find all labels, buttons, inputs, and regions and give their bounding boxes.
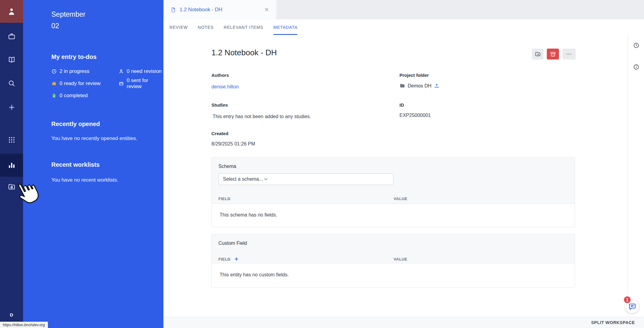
todo-completed[interactable]: 0 completed [51, 92, 101, 99]
link-url-tooltip: https://hilton.bnchdev.org [0, 322, 48, 328]
book-icon [8, 56, 15, 63]
authors-label: Authors [211, 73, 229, 78]
add-worklist-button[interactable]: + [172, 160, 176, 168]
projects-folder-icon [8, 183, 15, 191]
info-icon [633, 64, 639, 70]
add-custom-field-button[interactable]: + [235, 257, 238, 261]
bar-chart-icon [8, 162, 15, 169]
upload-icon[interactable] [434, 83, 440, 89]
studies-label: Studies [211, 102, 228, 108]
apps-grid-icon [8, 136, 15, 144]
completed-icon [51, 93, 57, 98]
home-sidebar: September 02 My entry to-dos 2 in progre… [23, 0, 163, 328]
todo-label: 0 sent for review [127, 77, 163, 90]
folder-move-icon [535, 51, 541, 57]
search-button[interactable] [0, 74, 23, 92]
chevron-down-icon [263, 176, 269, 182]
created-value: 8/29/2025 01:26 PM [211, 141, 255, 147]
custom-empty-text: This entity has no custom fields. [220, 272, 289, 278]
schema-select[interactable]: Select a schema... [218, 173, 393, 185]
todo-label: 0 need revision [127, 68, 162, 74]
tab-strip: 1.2 Notebook - DH ✕ [163, 0, 644, 20]
schema-value-header: VALUE [394, 196, 407, 201]
ready-icon [51, 81, 57, 86]
briefcase-icon [8, 32, 15, 40]
notification-badge: 1 [623, 296, 631, 304]
close-icon[interactable]: ✕ [263, 6, 270, 14]
schema-select-value: Select a schema... [223, 176, 263, 182]
recent-worklists-heading: Recent worklists [51, 161, 100, 168]
schema-card-title: Schema [218, 164, 236, 169]
clock-icon [51, 69, 57, 74]
schema-empty-text: This schema has no fields. [220, 212, 277, 218]
apps-button[interactable] [0, 131, 23, 149]
project-folder-name: Demos DH [408, 83, 431, 89]
app-icon-rail: D [0, 0, 23, 328]
inventory-button[interactable] [0, 27, 23, 45]
tab-review[interactable]: REVIEW [170, 19, 188, 35]
recent-worklists-empty: You have no recent worklists. [51, 177, 118, 183]
expand-date-button[interactable] [170, 9, 182, 22]
utility-rail [628, 35, 644, 317]
todo-label: 0 ready for review [60, 80, 101, 87]
date-month: September [51, 10, 86, 19]
todo-label: 2 in progress [60, 68, 89, 74]
archive-icon [550, 51, 556, 57]
custom-field-header-row: FIELD + [218, 257, 238, 261]
project-folder-row[interactable]: Demos DH [399, 83, 440, 89]
id-label: ID [399, 102, 404, 108]
studies-empty-text: This entry has not been added to any stu… [213, 114, 311, 119]
custom-value-header: VALUE [394, 257, 407, 261]
ellipsis-icon: ⋯ [566, 51, 572, 57]
tab-notes[interactable]: NOTES [198, 19, 214, 35]
todo-ready-for-review[interactable]: 0 ready for review [51, 80, 101, 87]
history-button[interactable] [628, 39, 644, 52]
todos-heading: My entry to-dos [51, 53, 97, 60]
schema-field-header: FIELD [218, 196, 231, 201]
entry-actions: ⋯ [532, 49, 576, 60]
tab-title: 1.2 Notebook - DH [180, 7, 260, 13]
todos-column-1: 2 in progress 0 ready for review 0 compl… [51, 68, 101, 99]
tab-relevant-items[interactable]: RELEVANT ITEMS [224, 19, 263, 35]
author-link[interactable]: denise.hilton [211, 84, 239, 90]
entity-nav-bar: REVIEW NOTES RELEVANT ITEMS METADATA D S… [163, 19, 644, 35]
info-button[interactable] [628, 60, 644, 73]
scientist-icon [7, 7, 16, 16]
recently-opened-heading: Recently opened [51, 121, 100, 128]
search-icon [8, 80, 15, 87]
chevron-right-icon [173, 13, 178, 18]
workspace-footer: SPLIT WORKSPACE [163, 317, 644, 328]
notebook-button[interactable] [0, 51, 23, 68]
projects-button[interactable] [0, 178, 23, 196]
move-to-folder-button[interactable] [532, 49, 543, 60]
page-title: 1.2 Notebook - DH [211, 48, 277, 57]
rail-user-avatar[interactable]: D [0, 312, 23, 317]
todo-need-revision[interactable]: 0 need revision [118, 68, 163, 74]
todo-sent-for-review[interactable]: 0 sent for review [118, 80, 163, 87]
todo-in-progress[interactable]: 2 in progress [51, 68, 101, 74]
plus-icon [8, 104, 15, 111]
date-day: 02 [51, 22, 59, 30]
custom-card-title: Custom Field [218, 241, 247, 246]
chat-widget[interactable]: 1 [625, 298, 640, 313]
created-label: Created [211, 131, 228, 136]
custom-field-card: Custom Field FIELD + VALUE This entity h… [211, 234, 575, 288]
split-workspace-button[interactable]: SPLIT WORKSPACE [591, 317, 635, 328]
create-button[interactable] [0, 98, 23, 116]
schema-empty-section: This schema has no fields. [212, 203, 575, 227]
more-options-button[interactable]: ⋯ [562, 49, 576, 60]
folder-icon [399, 83, 405, 89]
recently-opened-empty: You have no recently opened entities. [51, 135, 137, 142]
project-folder-label: Project folder [399, 73, 429, 78]
todos-column-2: 0 need revision 0 sent for review [118, 68, 163, 87]
insights-button[interactable] [0, 154, 23, 177]
clock-icon [633, 42, 639, 49]
entity-nav-items: REVIEW NOTES RELEVANT ITEMS METADATA [170, 19, 297, 35]
todo-label: 0 completed [60, 93, 88, 99]
schema-card: Schema Select a schema... FIELD VALUE Th… [211, 157, 575, 227]
sent-box-icon [118, 81, 124, 86]
archive-button[interactable] [547, 49, 559, 60]
custom-empty-section: This entity has no custom fields. [212, 263, 575, 287]
tab-metadata[interactable]: METADATA [273, 19, 298, 35]
app-logo[interactable] [0, 0, 23, 23]
